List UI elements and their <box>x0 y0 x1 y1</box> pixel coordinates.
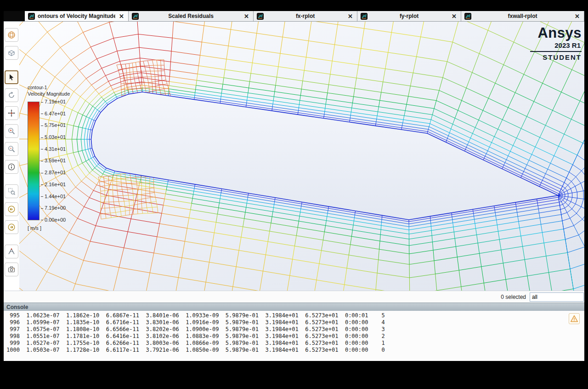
colormap-bar <box>28 102 40 220</box>
view-cube-icon <box>7 49 16 57</box>
left-toolbar <box>4 22 19 291</box>
logo-brand: Ansys <box>530 26 582 40</box>
legend-tick-label: 7.19e+01 <box>41 99 66 104</box>
warning-button[interactable] <box>569 313 580 324</box>
plot-thumbnail-icon <box>361 13 368 20</box>
cursor-arrow-icon <box>7 73 16 81</box>
legend-tick-label: 6.47e+01 <box>41 111 66 116</box>
console-panel[interactable]: 995 1.0623e-07 1.1862e-10 6.6867e-11 3.8… <box>4 311 584 361</box>
zoom-to-area-button[interactable] <box>5 184 18 198</box>
tab-close-icon[interactable]: ✕ <box>347 13 354 20</box>
console-title: Console <box>6 304 28 310</box>
logo-divider <box>530 51 582 52</box>
rotate-arrow-icon <box>7 91 16 99</box>
tab-bar: ontours of Velocity Magnitude [m/: ✕ Sca… <box>4 11 584 22</box>
plot-thumbnail-icon <box>132 13 139 20</box>
console-header[interactable]: Console <box>4 303 584 311</box>
graphics-viewport[interactable]: contour-1 Velocity Magnitude 7.19e+016.4… <box>19 22 584 291</box>
tab-label: fx-rplot <box>266 13 344 19</box>
pan-arrows-icon <box>7 109 16 117</box>
viewport-tab[interactable]: ontours of Velocity Magnitude [m/: ✕ <box>25 11 129 21</box>
viewport-tab[interactable]: fy-rplot ✕ <box>357 11 461 21</box>
next-view-button[interactable] <box>5 220 18 234</box>
measure-button[interactable] <box>5 245 18 258</box>
selection-filter-input[interactable] <box>530 292 584 302</box>
legend-unit: [ m/s ] <box>28 225 70 231</box>
zoom-tool-button[interactable] <box>5 142 18 156</box>
status-bar: 0 selected <box>4 291 584 303</box>
probe-info-button[interactable] <box>5 160 18 174</box>
colormap-legend: contour-1 Velocity Magnitude 7.19e+016.4… <box>28 85 70 231</box>
tab-label: ontours of Velocity Magnitude [m/: <box>38 13 115 19</box>
select-tool-button[interactable] <box>5 70 18 84</box>
pan-view-button[interactable] <box>5 106 18 120</box>
legend-tick-label: 0.00e+00 <box>41 217 66 223</box>
legend-tick-label: 3.59e+01 <box>41 158 66 163</box>
zoom-area-icon <box>7 187 16 195</box>
legend-tick-label: 5.03e+01 <box>41 135 66 140</box>
selected-count-label: 0 selected <box>501 294 526 300</box>
tab-label: fxwall-rplot <box>474 13 571 19</box>
viewport-tab[interactable]: fxwall-rplot ✕ <box>461 11 584 21</box>
circle-left-arrow-icon <box>7 205 16 213</box>
viewport-tab[interactable]: Scaled Residuals ✕ <box>129 11 254 21</box>
viewport-tab[interactable]: fx-rplot ✕ <box>254 11 357 21</box>
console-row: 995 1.0623e-07 1.1862e-10 6.6867e-11 3.8… <box>6 312 584 319</box>
legend-tick-label: 4.31e+01 <box>41 147 66 152</box>
console-row: 999 1.0527e-07 1.1755e-10 6.6266e-11 3.8… <box>6 340 584 347</box>
main-area: contour-1 Velocity Magnitude 7.19e+016.4… <box>4 22 584 291</box>
plot-thumbnail-icon <box>464 13 471 20</box>
logo-edition: STUDENT <box>530 53 582 61</box>
console-row: 996 1.0599e-07 1.1835e-10 6.6716e-11 3.8… <box>6 319 584 326</box>
snapshot-button[interactable] <box>5 263 18 276</box>
app-window: ontours of Velocity Magnitude [m/: ✕ Sca… <box>4 11 584 361</box>
warning-triangle-icon <box>570 315 578 323</box>
legend-tick-label: 7.19e+00 <box>41 206 66 211</box>
contour-name: contour-1 <box>28 85 70 90</box>
legend-title: Velocity Magnitude <box>28 91 70 97</box>
plot-thumbnail-icon <box>257 13 264 20</box>
legend-tick-label: 2.87e+01 <box>41 170 66 175</box>
console-row: 997 1.0575e-07 1.1808e-10 6.6566e-11 3.8… <box>6 326 584 333</box>
ansys-logo: Ansys 2023 R1 STUDENT <box>530 26 582 61</box>
tab-bar-spacer <box>4 11 25 21</box>
circle-right-arrow-icon <box>7 223 16 231</box>
magnifier-icon <box>7 145 16 153</box>
mesh-sphere-icon <box>7 31 16 39</box>
view-orientation-button[interactable] <box>5 46 18 60</box>
tab-label: fy-rplot <box>370 13 448 19</box>
legend-tick-label: 5.75e+01 <box>41 123 66 128</box>
tab-close-icon[interactable]: ✕ <box>451 13 458 20</box>
protractor-icon <box>7 247 16 256</box>
rotate-view-button[interactable] <box>5 88 18 102</box>
zoom-in-out-button[interactable] <box>5 124 18 138</box>
legend-tick-label: 1.44e+01 <box>41 194 66 199</box>
tab-close-icon[interactable]: ✕ <box>574 13 581 20</box>
console-row: 998 1.0551e-07 1.1781e-10 6.6416e-11 3.8… <box>6 333 584 340</box>
console-row: 1000 1.0503e-07 1.1728e-10 6.6117e-11 3.… <box>6 347 584 354</box>
logo-version: 2023 R1 <box>530 41 581 49</box>
camera-icon <box>7 265 16 274</box>
plot-thumbnail-icon <box>28 13 35 20</box>
velocity-contour-mesh <box>19 22 584 291</box>
legend-tick-label: 2.16e+01 <box>41 182 66 187</box>
mesh-display-button[interactable] <box>5 28 18 42</box>
tab-close-icon[interactable]: ✕ <box>243 13 250 20</box>
info-icon <box>7 163 16 171</box>
tab-label: Scaled Residuals <box>141 13 240 19</box>
tab-strip: ontours of Velocity Magnitude [m/: ✕ Sca… <box>25 11 584 21</box>
console-rows: 995 1.0623e-07 1.1862e-10 6.6867e-11 3.8… <box>6 312 584 354</box>
legend-ticks: 7.19e+016.47e+015.75e+015.03e+014.31e+01… <box>41 99 66 223</box>
previous-view-button[interactable] <box>5 202 18 216</box>
tab-close-icon[interactable]: ✕ <box>118 13 125 20</box>
magnifier-plus-icon <box>7 127 16 135</box>
